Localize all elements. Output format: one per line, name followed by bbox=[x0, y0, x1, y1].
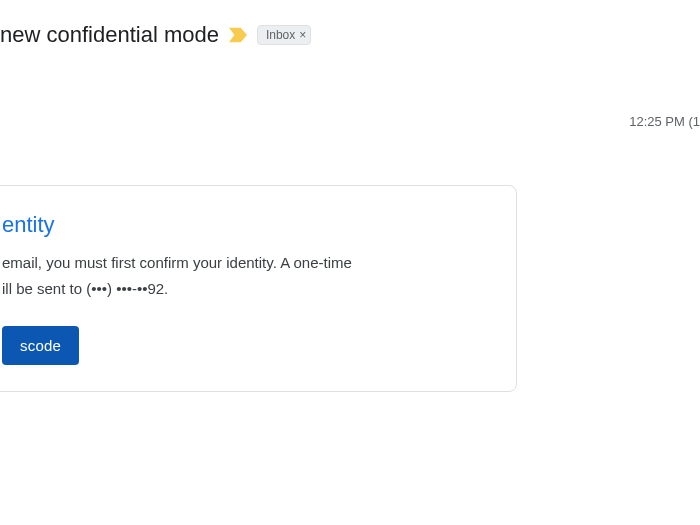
email-subject: new confidential mode bbox=[0, 22, 219, 48]
importance-marker-icon[interactable] bbox=[229, 26, 247, 44]
confidential-card: entity email, you must first confirm you… bbox=[0, 185, 517, 392]
label-chip-remove-icon[interactable]: × bbox=[299, 29, 306, 41]
send-passcode-button[interactable]: scode bbox=[2, 326, 79, 365]
card-body-line2: ill be sent to (•••) •••-••92. bbox=[2, 280, 168, 297]
card-body-line1: email, you must first confirm your ident… bbox=[2, 254, 352, 271]
label-chip-inbox[interactable]: Inbox × bbox=[257, 25, 311, 45]
email-timestamp: 12:25 PM (1 bbox=[629, 114, 700, 129]
label-chip-text: Inbox bbox=[266, 27, 295, 43]
card-title: entity bbox=[2, 212, 490, 238]
subject-row: new confidential mode Inbox × bbox=[0, 22, 311, 48]
card-body-text: email, you must first confirm your ident… bbox=[2, 250, 490, 302]
